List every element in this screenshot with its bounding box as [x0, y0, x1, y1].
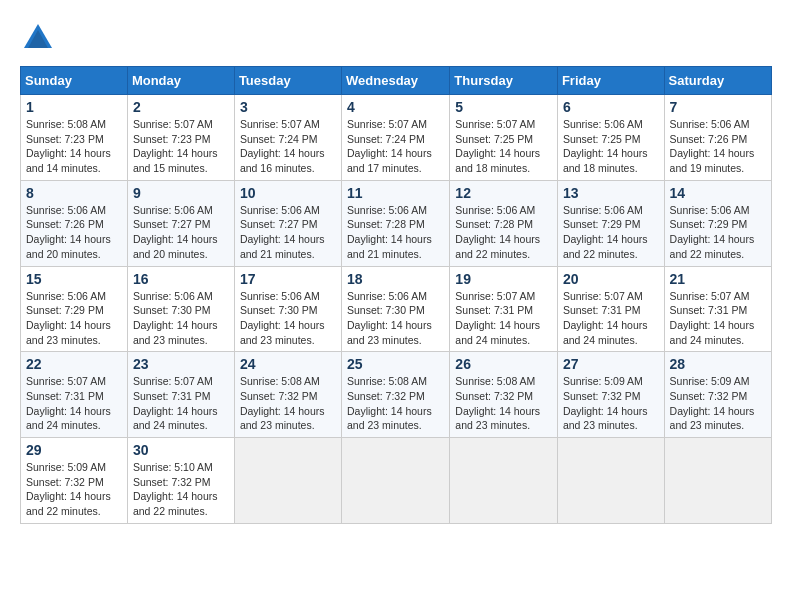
day-number: 15 [26, 271, 122, 287]
day-detail: Sunrise: 5:07 AMSunset: 7:24 PMDaylight:… [347, 118, 432, 174]
day-detail: Sunrise: 5:07 AMSunset: 7:31 PMDaylight:… [563, 290, 648, 346]
day-number: 8 [26, 185, 122, 201]
day-cell-11: 11 Sunrise: 5:06 AMSunset: 7:28 PMDaylig… [342, 180, 450, 266]
day-detail: Sunrise: 5:06 AMSunset: 7:25 PMDaylight:… [563, 118, 648, 174]
day-detail: Sunrise: 5:09 AMSunset: 7:32 PMDaylight:… [563, 375, 648, 431]
day-detail: Sunrise: 5:10 AMSunset: 7:32 PMDaylight:… [133, 461, 218, 517]
col-header-thursday: Thursday [450, 67, 558, 95]
day-number: 3 [240, 99, 336, 115]
day-detail: Sunrise: 5:06 AMSunset: 7:27 PMDaylight:… [240, 204, 325, 260]
day-number: 5 [455, 99, 552, 115]
day-number: 16 [133, 271, 229, 287]
day-cell-13: 13 Sunrise: 5:06 AMSunset: 7:29 PMDaylig… [557, 180, 664, 266]
day-cell-28: 28 Sunrise: 5:09 AMSunset: 7:32 PMDaylig… [664, 352, 771, 438]
day-detail: Sunrise: 5:07 AMSunset: 7:25 PMDaylight:… [455, 118, 540, 174]
day-number: 12 [455, 185, 552, 201]
day-detail: Sunrise: 5:07 AMSunset: 7:31 PMDaylight:… [455, 290, 540, 346]
day-cell-25: 25 Sunrise: 5:08 AMSunset: 7:32 PMDaylig… [342, 352, 450, 438]
day-detail: Sunrise: 5:06 AMSunset: 7:29 PMDaylight:… [563, 204, 648, 260]
day-detail: Sunrise: 5:06 AMSunset: 7:30 PMDaylight:… [133, 290, 218, 346]
day-number: 26 [455, 356, 552, 372]
day-cell-1: 1 Sunrise: 5:08 AMSunset: 7:23 PMDayligh… [21, 95, 128, 181]
day-cell-3: 3 Sunrise: 5:07 AMSunset: 7:24 PMDayligh… [234, 95, 341, 181]
day-number: 17 [240, 271, 336, 287]
calendar-week-2: 8 Sunrise: 5:06 AMSunset: 7:26 PMDayligh… [21, 180, 772, 266]
day-detail: Sunrise: 5:06 AMSunset: 7:29 PMDaylight:… [26, 290, 111, 346]
day-cell-15: 15 Sunrise: 5:06 AMSunset: 7:29 PMDaylig… [21, 266, 128, 352]
day-detail: Sunrise: 5:08 AMSunset: 7:32 PMDaylight:… [455, 375, 540, 431]
day-detail: Sunrise: 5:09 AMSunset: 7:32 PMDaylight:… [26, 461, 111, 517]
day-cell-24: 24 Sunrise: 5:08 AMSunset: 7:32 PMDaylig… [234, 352, 341, 438]
day-detail: Sunrise: 5:08 AMSunset: 7:32 PMDaylight:… [240, 375, 325, 431]
day-detail: Sunrise: 5:06 AMSunset: 7:28 PMDaylight:… [455, 204, 540, 260]
day-number: 21 [670, 271, 766, 287]
logo [20, 20, 60, 56]
day-cell-29: 29 Sunrise: 5:09 AMSunset: 7:32 PMDaylig… [21, 438, 128, 524]
col-header-tuesday: Tuesday [234, 67, 341, 95]
logo-icon [20, 20, 56, 56]
day-cell-5: 5 Sunrise: 5:07 AMSunset: 7:25 PMDayligh… [450, 95, 558, 181]
day-detail: Sunrise: 5:08 AMSunset: 7:23 PMDaylight:… [26, 118, 111, 174]
day-number: 7 [670, 99, 766, 115]
day-number: 25 [347, 356, 444, 372]
calendar-header: SundayMondayTuesdayWednesdayThursdayFrid… [21, 67, 772, 95]
calendar-week-4: 22 Sunrise: 5:07 AMSunset: 7:31 PMDaylig… [21, 352, 772, 438]
day-cell-10: 10 Sunrise: 5:06 AMSunset: 7:27 PMDaylig… [234, 180, 341, 266]
day-detail: Sunrise: 5:07 AMSunset: 7:23 PMDaylight:… [133, 118, 218, 174]
day-detail: Sunrise: 5:07 AMSunset: 7:31 PMDaylight:… [26, 375, 111, 431]
day-cell-7: 7 Sunrise: 5:06 AMSunset: 7:26 PMDayligh… [664, 95, 771, 181]
day-cell-22: 22 Sunrise: 5:07 AMSunset: 7:31 PMDaylig… [21, 352, 128, 438]
day-cell-23: 23 Sunrise: 5:07 AMSunset: 7:31 PMDaylig… [127, 352, 234, 438]
day-cell-2: 2 Sunrise: 5:07 AMSunset: 7:23 PMDayligh… [127, 95, 234, 181]
col-header-monday: Monday [127, 67, 234, 95]
day-cell-4: 4 Sunrise: 5:07 AMSunset: 7:24 PMDayligh… [342, 95, 450, 181]
day-detail: Sunrise: 5:09 AMSunset: 7:32 PMDaylight:… [670, 375, 755, 431]
day-number: 13 [563, 185, 659, 201]
day-detail: Sunrise: 5:07 AMSunset: 7:31 PMDaylight:… [670, 290, 755, 346]
day-number: 29 [26, 442, 122, 458]
empty-cell [664, 438, 771, 524]
day-detail: Sunrise: 5:06 AMSunset: 7:27 PMDaylight:… [133, 204, 218, 260]
day-number: 10 [240, 185, 336, 201]
empty-cell [234, 438, 341, 524]
calendar-table: SundayMondayTuesdayWednesdayThursdayFrid… [20, 66, 772, 524]
day-number: 24 [240, 356, 336, 372]
col-header-wednesday: Wednesday [342, 67, 450, 95]
day-cell-21: 21 Sunrise: 5:07 AMSunset: 7:31 PMDaylig… [664, 266, 771, 352]
day-detail: Sunrise: 5:06 AMSunset: 7:29 PMDaylight:… [670, 204, 755, 260]
day-number: 28 [670, 356, 766, 372]
day-number: 20 [563, 271, 659, 287]
day-cell-17: 17 Sunrise: 5:06 AMSunset: 7:30 PMDaylig… [234, 266, 341, 352]
day-cell-16: 16 Sunrise: 5:06 AMSunset: 7:30 PMDaylig… [127, 266, 234, 352]
day-cell-8: 8 Sunrise: 5:06 AMSunset: 7:26 PMDayligh… [21, 180, 128, 266]
day-cell-6: 6 Sunrise: 5:06 AMSunset: 7:25 PMDayligh… [557, 95, 664, 181]
col-header-sunday: Sunday [21, 67, 128, 95]
day-cell-12: 12 Sunrise: 5:06 AMSunset: 7:28 PMDaylig… [450, 180, 558, 266]
day-number: 6 [563, 99, 659, 115]
header-row: SundayMondayTuesdayWednesdayThursdayFrid… [21, 67, 772, 95]
day-number: 2 [133, 99, 229, 115]
day-number: 1 [26, 99, 122, 115]
day-cell-18: 18 Sunrise: 5:06 AMSunset: 7:30 PMDaylig… [342, 266, 450, 352]
calendar-body: 1 Sunrise: 5:08 AMSunset: 7:23 PMDayligh… [21, 95, 772, 524]
empty-cell [557, 438, 664, 524]
day-number: 22 [26, 356, 122, 372]
day-number: 14 [670, 185, 766, 201]
day-detail: Sunrise: 5:06 AMSunset: 7:30 PMDaylight:… [347, 290, 432, 346]
day-detail: Sunrise: 5:08 AMSunset: 7:32 PMDaylight:… [347, 375, 432, 431]
day-number: 23 [133, 356, 229, 372]
calendar-week-3: 15 Sunrise: 5:06 AMSunset: 7:29 PMDaylig… [21, 266, 772, 352]
day-number: 30 [133, 442, 229, 458]
day-cell-26: 26 Sunrise: 5:08 AMSunset: 7:32 PMDaylig… [450, 352, 558, 438]
day-cell-20: 20 Sunrise: 5:07 AMSunset: 7:31 PMDaylig… [557, 266, 664, 352]
day-detail: Sunrise: 5:06 AMSunset: 7:30 PMDaylight:… [240, 290, 325, 346]
day-cell-19: 19 Sunrise: 5:07 AMSunset: 7:31 PMDaylig… [450, 266, 558, 352]
col-header-friday: Friday [557, 67, 664, 95]
day-cell-9: 9 Sunrise: 5:06 AMSunset: 7:27 PMDayligh… [127, 180, 234, 266]
day-number: 9 [133, 185, 229, 201]
day-detail: Sunrise: 5:06 AMSunset: 7:28 PMDaylight:… [347, 204, 432, 260]
day-number: 18 [347, 271, 444, 287]
day-detail: Sunrise: 5:06 AMSunset: 7:26 PMDaylight:… [670, 118, 755, 174]
day-detail: Sunrise: 5:06 AMSunset: 7:26 PMDaylight:… [26, 204, 111, 260]
empty-cell [342, 438, 450, 524]
